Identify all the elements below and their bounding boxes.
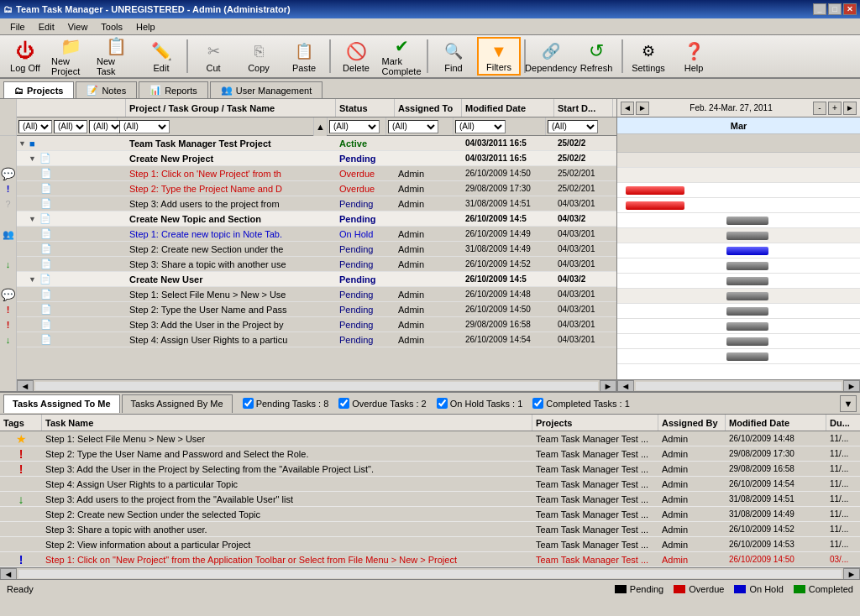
btl-assignedby-0: Admin (658, 434, 726, 444)
gantt-zoom-out[interactable]: - (813, 102, 826, 115)
table-row[interactable]: ▼ 📄 Create New Project Pending 04/03/201… (17, 151, 616, 166)
gantt-prev-button[interactable]: ◄ (621, 102, 634, 115)
gantt-hscroll-right[interactable]: ► (843, 380, 860, 392)
filter-start[interactable]: (All) (548, 120, 598, 133)
hscroll-right[interactable]: ► (600, 380, 616, 392)
filter-assigned[interactable]: (All) (388, 120, 438, 133)
find-button[interactable]: 🔍 Find (432, 37, 475, 76)
close-button[interactable]: ✕ (843, 3, 857, 15)
row-modified-6: 26/10/2009 14:49 (462, 229, 554, 238)
menu-file[interactable]: File (3, 20, 32, 34)
task-hscroll[interactable]: ◄ ► (17, 379, 616, 391)
tab-reports[interactable]: 📊 Reports (139, 81, 208, 98)
gantt-expand[interactable]: ► (843, 102, 857, 115)
dependency-button[interactable]: 🔗 Dependency (529, 37, 573, 76)
check-pending[interactable]: Pending Tasks : 8 (243, 398, 329, 409)
list-item[interactable]: ★ Step 1: Select File Menu > New > User … (0, 431, 860, 446)
check-overdue[interactable]: Overdue Tasks : 2 (338, 398, 426, 409)
table-row[interactable]: 📄 Step 3: Share a topic with another use… (17, 257, 616, 272)
row-status-0: Active (336, 138, 395, 149)
logoff-icon: ⏻ (12, 39, 39, 63)
filter-clear-icon[interactable]: ▲ (313, 117, 327, 136)
table-row[interactable]: 📄 Step 2: Type the Project Name and D Ov… (17, 181, 616, 196)
row-start-13: 04/03/201 (554, 335, 613, 344)
row-start-0: 25/02/2 (554, 138, 613, 148)
table-row[interactable]: ▼ ■ Team Task Manager Test Project Activ… (17, 136, 616, 151)
btl-hscroll-right[interactable]: ► (843, 568, 860, 580)
menu-help[interactable]: Help (129, 20, 162, 34)
row-name-10: Step 1: Select File Menu > New > Use (126, 290, 336, 300)
row-name-7: Step 2: Create new Section under the (126, 244, 336, 254)
list-item[interactable]: ↓ Step 3: Add users to the project from … (0, 492, 860, 507)
table-row[interactable]: 📄 Step 2: Create new Section under the P… (17, 242, 616, 257)
gantt-next-button[interactable]: ► (636, 102, 649, 115)
edit-button[interactable]: ✏️ Edit (139, 37, 183, 76)
check-completed[interactable]: Completed Tasks : 1 (532, 398, 629, 409)
check-pending-input[interactable] (243, 398, 254, 409)
new-task-button[interactable]: 📋 New Task (94, 37, 138, 76)
tab-assigned-by-me[interactable]: Tasks Assigned By Me (122, 394, 233, 413)
menu-tools[interactable]: Tools (94, 20, 129, 34)
table-row[interactable]: ▼ 📄 Create New Topic and Section Pending… (17, 211, 616, 227)
filters-button[interactable]: ▼ Filters (477, 37, 521, 76)
logoff-label: Log Off (10, 63, 40, 73)
gantt-month-header: Mar (617, 117, 860, 134)
table-row[interactable]: 📄 Step 1: Create new topic in Note Tab. … (17, 227, 616, 242)
list-item[interactable]: Step 3: Share a topic with another user.… (0, 522, 860, 537)
copy-button[interactable]: ⎘ Copy (237, 37, 281, 76)
cut-button[interactable]: ✂ Cut (191, 37, 235, 76)
gantt-hscroll[interactable]: ◄ ► (617, 379, 860, 391)
bottom-expand-button[interactable]: ▼ (840, 395, 857, 412)
list-item[interactable]: Step 4: Assign User Rights to a particul… (0, 477, 860, 492)
notes-tab-label: Notes (102, 86, 126, 96)
app-title: Team Task Manager - UNREGISTERED - Admin… (16, 4, 291, 14)
tab-assigned-to-me[interactable]: Tasks Assigned To Me (3, 394, 120, 413)
tab-user-management[interactable]: 👥 User Management (210, 81, 323, 98)
delete-button[interactable]: 🚫 Delete (334, 37, 378, 76)
check-onhold[interactable]: On Hold Tasks : 1 (437, 398, 523, 409)
list-item[interactable]: ! Step 2: Type the User Name and Passwor… (0, 446, 860, 462)
filter-modified[interactable]: (All) (455, 120, 506, 133)
list-item[interactable]: Step 2: View information about a particu… (0, 537, 860, 552)
paste-button[interactable]: 📋 Paste (282, 37, 326, 76)
check-onhold-input[interactable] (437, 398, 448, 409)
table-row[interactable]: 📄 Step 1: Click on 'New Project' from th… (17, 166, 616, 181)
table-row[interactable]: 📄 Step 1: Select File Menu > New > Use P… (17, 287, 616, 302)
minimize-button[interactable]: _ (813, 3, 826, 15)
filter-all-1[interactable]: (All) (18, 120, 52, 133)
bottom-task-list: Tags Task Name Projects Assigned By Modi… (0, 415, 860, 579)
settings-button[interactable]: ⚙ Settings (627, 37, 670, 76)
help-button[interactable]: ❓ Help (672, 37, 716, 76)
tab-notes[interactable]: 📝 Notes (76, 81, 137, 98)
table-row[interactable]: 📄 Step 4: Assign User Rights to a partic… (17, 332, 616, 347)
list-item[interactable]: Step 2: Create new Section under the sel… (0, 507, 860, 522)
mark-complete-button[interactable]: ✔ Mark Complete (380, 37, 423, 76)
gantt-hscroll-left[interactable]: ◄ (617, 380, 634, 392)
filter-status[interactable]: (All) (329, 120, 380, 133)
hscroll-left[interactable]: ◄ (17, 380, 34, 392)
table-row[interactable]: ▼ 📄 Create New User Pending 26/10/2009 1… (17, 272, 616, 287)
row-start-4: 04/03/201 (554, 199, 613, 208)
list-item[interactable]: ! Step 1: Click on "New Project" from th… (0, 552, 860, 567)
menu-view[interactable]: View (61, 20, 95, 34)
table-row[interactable]: 📄 Step 3: Add users to the project from … (17, 196, 616, 211)
btl-col-header-project: Projects (532, 415, 658, 431)
maximize-button[interactable]: □ (828, 3, 842, 15)
list-item[interactable]: ! Step 3: Add the User in the Project by… (0, 462, 860, 477)
filter-all-2[interactable]: (All) (54, 120, 87, 133)
btl-hscroll-left[interactable]: ◄ (0, 568, 17, 580)
menu-edit[interactable]: Edit (32, 20, 61, 34)
refresh-button[interactable]: ↺ Refresh (574, 37, 618, 76)
btl-name-3: Step 4: Assign User Rights to a particul… (42, 479, 532, 489)
gantt-zoom-in[interactable]: + (828, 102, 842, 115)
tab-projects[interactable]: 🗂 Projects (3, 81, 74, 98)
btl-hscroll[interactable]: ◄ ► (0, 567, 860, 579)
check-completed-input[interactable] (532, 398, 543, 409)
logoff-button[interactable]: ⏻ Log Off (3, 37, 47, 76)
new-project-button[interactable]: 📁 New Project (49, 37, 92, 76)
check-overdue-input[interactable] (338, 398, 349, 409)
legend-overdue-box (674, 585, 685, 593)
filter-name[interactable]: (All) (119, 120, 170, 133)
table-row[interactable]: 📄 Step 2: Type the User Name and Pass Pe… (17, 302, 616, 317)
table-row[interactable]: 📄 Step 3: Add the User in the Project by… (17, 317, 616, 332)
